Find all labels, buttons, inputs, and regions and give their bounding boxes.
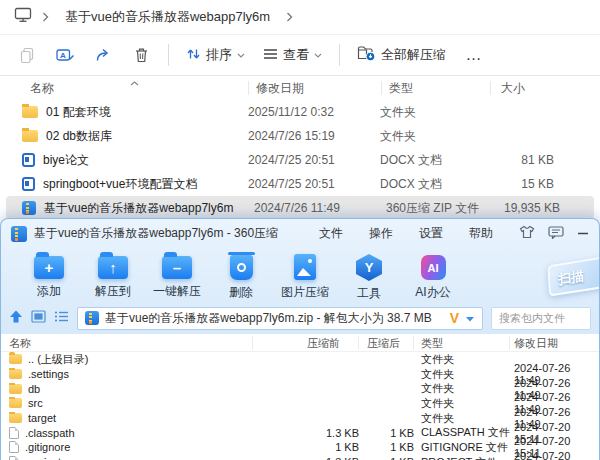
menu-operation[interactable]: 操作 [356,222,406,245]
view-lines-icon [263,48,278,63]
file-icon [9,456,19,460]
delete-button[interactable]: 删除 [209,251,273,301]
entry-name: db [28,383,40,395]
chevron-right-icon [42,12,49,22]
tools-button[interactable]: Y 工具 [337,251,401,302]
skin-theme-icon[interactable] [519,225,535,243]
table-row[interactable]: biye论文 2024/7/25 20:51 DOCX 文档 81 KB [0,148,600,172]
v-logo-icon: V [450,311,459,325]
view-button[interactable]: 查看 [254,40,331,70]
copy-button[interactable] [8,40,46,70]
chevron-down-icon [237,53,245,58]
entry-name: src [28,397,43,409]
chevron-right-icon[interactable] [286,12,293,22]
column-header-date[interactable]: 修改日期 [249,80,381,97]
search-input[interactable] [491,307,591,330]
archive-address-box[interactable]: 基于vue的音乐播放器webapp7ly6m.zip - 解包大小为 38.7 … [77,307,483,330]
ai-icon: AI [421,255,446,280]
list-view-icon[interactable] [54,309,69,327]
archive-path-text: 基于vue的音乐播放器webapp7ly6m.zip - 解包大小为 38.7 … [105,310,444,327]
menubar: 文件 操作 设置 帮助 [306,222,506,245]
file-name: springboot+vue环境配置文档 [43,176,197,193]
breadcrumb-folder[interactable]: 基于vue的音乐播放器webapp7ly6m [59,6,276,28]
zip-app-icon [11,226,27,242]
menu-settings[interactable]: 设置 [406,222,456,245]
folder-icon [9,384,22,394]
extract-all-button[interactable]: 全部解压缩 [348,40,455,70]
file-name: 02 db数据库 [46,128,112,145]
zip-titlebar[interactable]: 基于vue的音乐播放器webapp7ly6m - 360压缩 文件 操作 设置 … [1,219,599,248]
docx-file-icon [22,153,35,167]
menu-file[interactable]: 文件 [306,222,356,245]
sort-arrows-icon [186,47,201,64]
feedback-icon[interactable] [548,225,564,243]
table-row-selected[interactable]: 基于vue的音乐播放器webapp7ly6m 2024/7/26 11:49 3… [6,196,594,220]
column-header-type[interactable]: 类型 [414,336,510,350]
folder-icon [9,413,22,423]
one-click-extract-icon: – [162,256,192,279]
column-header-before[interactable]: 压缩前 [253,336,359,350]
column-header-type[interactable]: 类型 [382,80,490,97]
entry-name: .gitignore [25,441,70,453]
explorer-column-headers: 名称 修改日期 类型 大小 [0,76,600,100]
minimize-button[interactable] [577,225,589,243]
toolbar-divider [168,44,169,66]
image-compress-button[interactable]: 图片压缩 [273,251,337,301]
zip-file-icon [85,311,99,325]
breadcrumb: 基于vue的音乐播放器webapp7ly6m [0,0,600,35]
zip-file-icon [22,201,36,215]
chevron-down-icon [314,53,322,58]
file-icon [9,441,19,453]
dropdown-arrow-icon[interactable] [465,309,475,327]
entry-name: .classpath [25,427,75,439]
extract-to-folder-icon: ↑ [98,256,128,279]
extract-to-button[interactable]: ↑ 解压到 [81,251,145,300]
extract-all-label: 全部解压缩 [381,46,446,64]
trash-recycle-icon [230,255,253,280]
zip-addressbar: 基于vue的音乐播放器webapp7ly6m.zip - 解包大小为 38.7 … [1,305,599,334]
delete-button[interactable] [122,40,160,70]
more-options-button[interactable]: … [455,40,493,70]
table-row[interactable]: 01 配套环境 2025/11/12 0:32 文件夹 [0,100,600,124]
column-header-name[interactable]: 名称 [1,336,253,350]
column-header-name[interactable]: 名称 [0,80,248,97]
column-header-size[interactable]: 大小 [491,80,567,97]
rename-button[interactable]: A [46,40,84,70]
this-pc-monitor-icon[interactable] [14,7,32,27]
column-header-after[interactable]: 压缩后 [359,336,414,350]
entry-name: .project [25,456,61,460]
more-dots: … [466,46,483,64]
one-click-extract-button[interactable]: – 一键解压 [145,251,209,300]
tools-hexagon-icon: Y [356,254,382,281]
menu-help[interactable]: 帮助 [456,222,506,245]
scan-badge[interactable]: 扫描 [548,256,600,296]
entry-name: .. (上级目录) [28,352,89,367]
sort-button[interactable]: 排序 [177,40,254,70]
view-label: 查看 [283,46,309,64]
file-name: biye论文 [43,152,89,169]
table-row[interactable]: springboot+vue环境配置文档 2024/7/25 20:51 DOC… [0,172,600,196]
toolbar-divider [339,44,340,66]
folder-icon [22,106,38,118]
file-icon [9,427,19,439]
ai-office-button[interactable]: AI AI办公 [401,251,465,301]
add-folder-icon: + [34,256,64,279]
folder-icon [9,398,22,408]
file-name: 基于vue的音乐播放器webapp7ly6m [44,200,233,217]
zip-column-headers: 名称 压缩前 压缩后 类型 修改日期 [1,334,599,352]
folder-icon [9,369,22,379]
share-button[interactable] [84,40,122,70]
table-row[interactable]: 02 db数据库 2024/7/26 15:19 文件夹 [0,124,600,148]
svg-text:A: A [60,51,66,60]
column-header-date[interactable]: 修改日期 [510,336,599,350]
folder-up-icon [9,354,22,364]
zip-toolbar: + 添加 ↑ 解压到 – 一键解压 删除 图片压缩 Y 工具 [1,248,599,305]
file-name: 01 配套环境 [46,104,111,121]
up-directory-icon[interactable] [9,309,23,327]
folder-icon [22,130,38,142]
thumbnail-view-icon[interactable] [31,309,46,327]
window-title: 基于vue的音乐播放器webapp7ly6m - 360压缩 [34,225,278,242]
add-button[interactable]: + 添加 [17,251,81,300]
list-item[interactable]: .project 1.3 KB 1 KB PROJECT 文件 2024-07-… [1,455,599,460]
sort-label: 排序 [206,46,232,64]
